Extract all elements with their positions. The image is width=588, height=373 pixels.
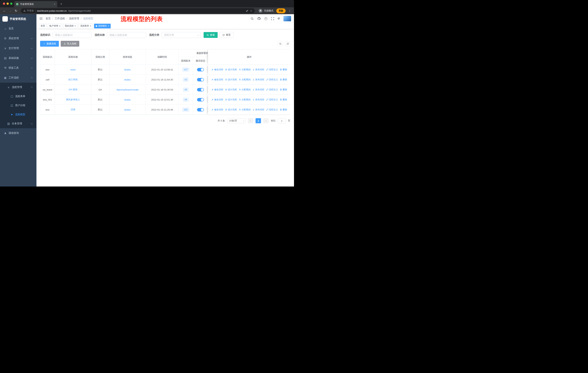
active-toggle[interactable] — [197, 88, 204, 91]
action-delete[interactable]: 删除 — [280, 88, 287, 91]
sidebar-item[interactable]: ⚒ 研发工具 — [0, 63, 36, 73]
browser-update-button[interactable]: 更新 — [276, 8, 286, 13]
zoom-window-button[interactable] — [10, 2, 12, 5]
reset-button[interactable]: 重置 — [220, 32, 233, 38]
active-toggle[interactable] — [197, 98, 204, 101]
action-design-flow[interactable]: 设计流程 — [225, 98, 237, 101]
action-flow-definition[interactable]: 流程定义 — [266, 88, 278, 91]
address-bar[interactable]: 不安全 dashboard.yudao.iocoder.cn/bpm/manag… — [21, 8, 255, 13]
sidebar-item[interactable]: ◫ 用户分组 — [0, 101, 36, 110]
flow-name-link[interactable]: OA 请假 — [69, 88, 77, 91]
action-flow-definition[interactable]: 流程定义 — [266, 78, 278, 81]
action-delete[interactable]: 删除 — [280, 98, 287, 101]
action-edit-flow[interactable]: 修改流程 — [211, 68, 223, 71]
password-key-icon[interactable] — [246, 10, 248, 12]
version-badge[interactable]: v5 — [183, 88, 189, 92]
new-tab-button[interactable]: + — [59, 1, 64, 7]
tag-close-icon[interactable]: × — [90, 25, 91, 27]
sidebar-item[interactable]: ≡ 流程管理 — [0, 83, 36, 92]
back-button[interactable]: ← — [2, 8, 7, 13]
user-avatar[interactable] — [284, 16, 291, 21]
toggle-search-button[interactable] — [278, 41, 283, 46]
sidebar-item[interactable]: ▣ 工作流程 — [0, 73, 36, 83]
action-delete[interactable]: 删除 — [280, 68, 287, 71]
action-publish-flow[interactable]: 发布流程 — [252, 78, 264, 81]
sidebar-item[interactable]: ➤ 流程模型 — [0, 110, 36, 119]
collapse-sidebar-icon[interactable] — [39, 17, 43, 20]
version-badge[interactable]: v2 — [183, 78, 189, 81]
page-number-1[interactable]: 1 — [256, 118, 261, 123]
security-indicator[interactable]: 不安全 — [23, 9, 34, 12]
breadcrumb-item-flow-manage[interactable]: 流程管理 — [69, 17, 79, 20]
tag[interactable]: 流程模型 × — [94, 24, 111, 28]
sidebar-item[interactable]: ⌂ 首页 — [0, 24, 36, 33]
action-design-flow[interactable]: 设计流程 — [225, 68, 237, 71]
sidebar-item[interactable]: ▤ 基础设施 — [0, 53, 36, 63]
import-flow-button[interactable]: 导入流程 — [61, 41, 79, 47]
action-delete[interactable]: 删除 — [280, 108, 287, 111]
form-info-link[interactable]: biubiu — [124, 68, 131, 71]
prev-page-button[interactable]: ‹ — [248, 118, 253, 123]
forward-button[interactable]: → — [8, 8, 13, 13]
action-edit-flow[interactable]: 修改流程 — [211, 108, 223, 111]
flow-name-link[interactable]: 测试多审批人 — [66, 98, 80, 101]
flow-name-link[interactable]: 自己审批 — [68, 78, 78, 81]
action-publish-flow[interactable]: 发布流程 — [252, 68, 264, 71]
sidebar-item[interactable]: ♟ 请假查询 — [0, 128, 36, 138]
version-badge[interactable]: v21 — [182, 108, 189, 112]
action-publish-flow[interactable]: 发布流程 — [252, 108, 264, 111]
active-toggle[interactable] — [197, 68, 204, 71]
action-flow-definition[interactable]: 流程定义 — [266, 108, 278, 111]
version-badge[interactable]: v4 — [183, 98, 189, 102]
tag[interactable]: 租户管理 × — [48, 24, 62, 28]
action-flow-definition[interactable]: 流程定义 — [266, 98, 278, 101]
action-design-flow[interactable]: 设计流程 — [225, 108, 237, 111]
action-edit-flow[interactable]: 修改流程 — [211, 98, 223, 101]
refresh-button[interactable] — [285, 41, 290, 46]
browser-tab[interactable]: 芋道管理系统 × — [14, 1, 57, 7]
form-info-link[interactable]: biubiu — [124, 98, 131, 101]
flow-name-input[interactable] — [107, 32, 146, 38]
tab-close-icon[interactable]: × — [54, 3, 55, 6]
action-edit-flow[interactable]: 修改流程 — [211, 88, 223, 91]
tag-close-icon[interactable]: × — [74, 25, 76, 27]
action-design-flow[interactable]: 设计流程 — [225, 88, 237, 91]
version-badge[interactable]: v17 — [182, 68, 189, 71]
tag-close-icon[interactable]: × — [59, 25, 61, 27]
minimize-window-button[interactable] — [7, 2, 9, 5]
search-icon[interactable] — [251, 17, 254, 20]
form-info-link[interactable]: biubiu — [124, 78, 131, 81]
breadcrumb-item-home[interactable]: 首页 — [46, 17, 51, 20]
action-edit-flow[interactable]: 修改流程 — [211, 78, 223, 81]
sidebar-item[interactable]: ⚙ 系统管理 — [0, 33, 36, 43]
tag[interactable]: 流程表单 × — [79, 24, 93, 28]
action-assign-rule[interactable]: 分配规则 — [239, 78, 251, 81]
goto-page-input[interactable] — [278, 118, 286, 123]
page-size-select[interactable]: 10条/页 — [227, 118, 246, 123]
action-assign-rule[interactable]: 分配规则 — [239, 108, 251, 111]
help-icon[interactable]: ? — [264, 17, 267, 20]
tag-close-icon[interactable]: × — [108, 25, 109, 27]
flow-name-link[interactable]: eeee — [70, 68, 76, 71]
action-design-flow[interactable]: 设计流程 — [225, 78, 237, 81]
sidebar-item[interactable]: ▥ 任务管理 — [0, 119, 36, 128]
sidebar-item[interactable]: ▢ 流程表单 — [0, 92, 36, 101]
sidebar-item[interactable]: ¥ 支付管理 — [0, 43, 36, 53]
next-page-button[interactable]: › — [263, 118, 269, 123]
tag[interactable]: 我的流程 × — [63, 24, 78, 28]
action-assign-rule[interactable]: 分配规则 — [239, 68, 251, 71]
search-button[interactable]: 搜索 — [204, 32, 218, 38]
flow-key-input[interactable] — [52, 32, 92, 38]
tag[interactable]: 首页 — [39, 24, 47, 28]
close-window-button[interactable] — [3, 2, 5, 5]
font-size-icon[interactable]: tT — [278, 17, 280, 20]
breadcrumb-item-workflow[interactable]: 工作流程 — [55, 17, 65, 20]
action-delete[interactable]: 删除 — [280, 78, 287, 81]
action-assign-rule[interactable]: 分配规则 — [239, 98, 251, 101]
action-flow-definition[interactable]: 流程定义 — [266, 68, 278, 71]
flow-name-link[interactable]: 滔博 — [71, 108, 75, 111]
reload-button[interactable]: ↻ — [13, 8, 19, 13]
bookmark-star-icon[interactable]: ☆ — [250, 9, 252, 12]
github-icon[interactable] — [257, 17, 261, 20]
browser-menu-icon[interactable]: ⋮ — [287, 9, 292, 13]
